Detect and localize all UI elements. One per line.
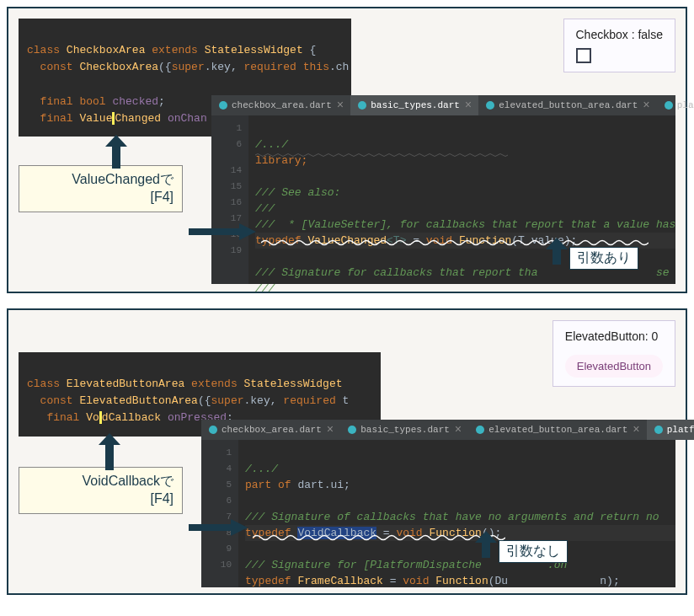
tab-platform[interactable]: platform_disp <box>647 420 694 440</box>
dart-file-icon <box>208 425 218 435</box>
ctor-name: CheckboxArea <box>79 61 158 73</box>
class-name: ElevatedButtonArea <box>67 378 184 390</box>
line-num: 6 <box>211 137 242 153</box>
close-icon[interactable]: × <box>641 99 649 112</box>
field-checked: checked <box>112 95 158 108</box>
code-line: /// See also: <box>255 186 340 199</box>
tab-checkbox-area[interactable]: checkbox_area.dart × <box>211 95 350 115</box>
class-name: CheckboxArea <box>67 44 146 56</box>
line-num: 14 <box>211 163 242 179</box>
panel-valuechanged: class CheckboxArea extends StatelessWidg… <box>7 7 687 293</box>
type-bool: bool <box>79 95 105 108</box>
base-class: StatelessWidget <box>205 44 303 56</box>
code-body: /.../ part of dart.ui; /// Signature of … <box>201 440 675 605</box>
c: se <box>656 266 670 279</box>
line-num: 15 <box>211 179 242 195</box>
tab-label: elevated_button_area.dart <box>488 425 627 435</box>
underline-wave-icon <box>253 533 505 542</box>
close-icon[interactable]: × <box>335 99 344 112</box>
tab-bar-bottom: checkbox_area.dart × basic_types.dart × … <box>201 420 675 440</box>
line-num: 1 <box>201 445 232 461</box>
ctor-name: ElevatedButtonArea <box>79 394 197 407</box>
base-class: StatelessWidget <box>244 378 343 390</box>
panel-voidcallback: ElevatedButton: 0 ElevatedButton class E… <box>7 308 687 595</box>
tab-checkbox-area[interactable]: checkbox_area.dart × <box>201 420 340 440</box>
annotation-no-args: 引数なし <box>499 540 568 563</box>
tab-elevated-button-area[interactable]: elevated_button_area.dart × <box>468 420 646 440</box>
callout-voidcallback: VoidCallbackで [F4] <box>19 467 183 514</box>
ctor-tail: t <box>336 394 350 407</box>
tab-label: platform_di <box>677 100 694 110</box>
preview-elevated-button: ElevatedButton: 0 ElevatedButton <box>553 320 675 387</box>
tab-basic-types[interactable]: basic_types.dart × <box>340 420 468 440</box>
callout-line1: VoidCallbackで <box>28 473 174 490</box>
type-dcallback: dCallback <box>102 411 161 424</box>
close-icon[interactable]: × <box>453 423 462 437</box>
ctor-tail: .ch <box>329 61 349 73</box>
kw-const: const <box>40 61 73 73</box>
close-icon[interactable]: × <box>631 423 639 437</box>
line-num: 1 <box>211 121 242 137</box>
code-line: /.../ <box>245 463 278 475</box>
dart-file-icon <box>654 425 664 435</box>
type-changed: Changed <box>115 112 161 125</box>
arrow-right-icon <box>189 519 248 536</box>
line-num: 4 <box>201 461 232 477</box>
preview-title: Checkbox : false <box>576 28 664 41</box>
annotation-has-args: 引数あり <box>569 247 638 270</box>
line-num: 6 <box>201 493 232 509</box>
close-icon[interactable]: × <box>463 99 472 112</box>
svg-marker-5 <box>189 223 256 240</box>
close-icon[interactable]: × <box>325 423 334 437</box>
svg-marker-7 <box>99 433 120 470</box>
svg-marker-0 <box>105 135 127 169</box>
arrow-up-icon <box>99 433 120 470</box>
callout-line2: [F4] <box>28 490 174 508</box>
kw-super: super <box>172 61 205 73</box>
elevated-button[interactable]: ElevatedButton <box>565 355 663 378</box>
tab-platform[interactable]: platform_di <box>657 95 694 115</box>
editor-platform-dispatcher[interactable]: 1 4 5 6 7 8 9 10 /.../ part of dart.ui; … <box>201 440 675 587</box>
svg-point-4 <box>665 101 673 110</box>
c: /// Signature for callbacks that report … <box>255 266 537 279</box>
args: (Du <box>488 575 508 587</box>
dart-file-icon <box>664 100 674 110</box>
tab-label: platform_disp <box>667 425 694 435</box>
kw-typedef: typedef <box>245 575 291 587</box>
line-num: 9 <box>201 541 232 557</box>
type-vo: Vo <box>86 411 99 424</box>
tab-basic-types[interactable]: basic_types.dart × <box>350 95 478 115</box>
fold-divider-icon <box>255 153 508 158</box>
semi: ; <box>344 479 350 491</box>
underline-wave-icon <box>261 238 649 247</box>
svg-point-11 <box>654 426 663 434</box>
dart-file-icon <box>357 100 367 110</box>
kw-this: this <box>303 61 329 73</box>
eq: = <box>383 575 403 587</box>
kw-part: part of <box>245 479 297 491</box>
c: /// * [ <box>255 218 307 231</box>
callout-valuechanged: ValueChangedで [F4] <box>19 165 183 212</box>
kw-const: const <box>40 394 73 407</box>
line-num: 5 <box>201 477 232 493</box>
code-line: /.../ <box>255 138 288 151</box>
preview-title: ElevatedButton: 0 <box>565 329 663 343</box>
field-onchanged: onChan <box>168 112 207 125</box>
func: Function <box>429 575 488 587</box>
svg-point-10 <box>476 426 484 434</box>
kw-final2: final <box>40 112 73 125</box>
tab-label: elevated_button_area.dart <box>499 100 638 110</box>
checkbox-icon[interactable] <box>576 48 591 63</box>
type-value: Value <box>79 112 112 125</box>
tab-label: checkbox_area.dart <box>232 100 332 110</box>
c: PlatformDispatche <box>370 559 482 571</box>
gutter: 1 4 5 6 7 8 9 10 <box>201 440 238 587</box>
key-param: .key <box>244 394 270 407</box>
kw-class: class <box>27 44 60 56</box>
svg-marker-13 <box>475 531 497 558</box>
arrow-up-icon <box>475 531 497 558</box>
svg-point-1 <box>219 101 227 110</box>
tab-elevated-button-area[interactable]: elevated_button_area.dart × <box>478 95 656 115</box>
code-body: /.../ library; /// See also: /// /// * [… <box>211 115 675 313</box>
c: ], for callbacks that report that a valu… <box>380 218 675 231</box>
